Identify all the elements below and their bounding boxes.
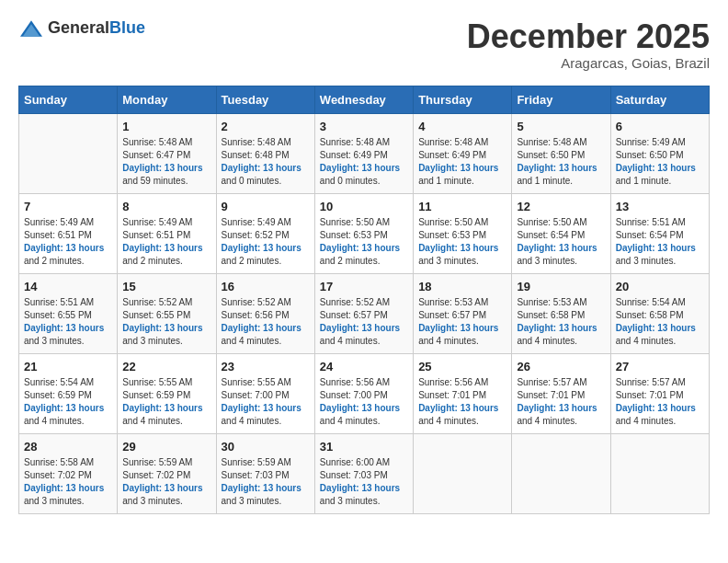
month-title: December 2025 <box>467 18 710 55</box>
day-number: 10 <box>320 200 408 213</box>
daylight-minutes: and 59 minutes. <box>122 176 188 186</box>
sunrise: Sunrise: 5:48 AM <box>122 137 192 147</box>
weekday-header-thursday: Thursday <box>414 86 512 113</box>
daylight-minutes: and 2 minutes. <box>320 256 381 266</box>
calendar-cell: 18 Sunrise: 5:53 AM Sunset: 6:57 PM Dayl… <box>414 273 512 353</box>
day-number: 25 <box>418 360 506 373</box>
sunrise: Sunrise: 5:54 AM <box>616 297 686 307</box>
calendar-cell: 14 Sunrise: 5:51 AM Sunset: 6:55 PM Dayl… <box>19 273 118 353</box>
sunset: Sunset: 6:58 PM <box>517 310 585 320</box>
daylight-label: Daylight: 13 hours <box>320 403 400 413</box>
sunrise: Sunrise: 5:56 AM <box>320 377 390 387</box>
sunset: Sunset: 6:54 PM <box>616 230 684 240</box>
sunset: Sunset: 6:51 PM <box>24 230 92 240</box>
sunrise: Sunrise: 5:49 AM <box>222 217 291 227</box>
day-number: 31 <box>320 440 408 454</box>
day-number: 2 <box>222 120 310 133</box>
daylight-label: Daylight: 13 hours <box>122 243 202 253</box>
sunset: Sunset: 6:55 PM <box>122 310 190 320</box>
calendar-cell: 27 Sunrise: 5:57 AM Sunset: 7:01 PM Dayl… <box>610 353 709 433</box>
day-number: 20 <box>616 280 704 293</box>
cell-info: Sunrise: 5:52 AM Sunset: 6:55 PM Dayligh… <box>122 296 210 348</box>
calendar-cell: 22 Sunrise: 5:55 AM Sunset: 6:59 PM Dayl… <box>118 353 216 433</box>
daylight-label: Daylight: 13 hours <box>24 403 104 413</box>
daylight-label: Daylight: 13 hours <box>320 483 400 493</box>
sunrise: Sunrise: 6:00 AM <box>320 457 390 467</box>
week-row-3: 14 Sunrise: 5:51 AM Sunset: 6:55 PM Dayl… <box>19 273 710 353</box>
cell-info: Sunrise: 5:55 AM Sunset: 6:59 PM Dayligh… <box>122 376 210 428</box>
daylight-minutes: and 3 minutes. <box>320 496 381 506</box>
sunset: Sunset: 6:59 PM <box>122 390 190 400</box>
calendar-cell: 21 Sunrise: 5:54 AM Sunset: 6:59 PM Dayl… <box>19 353 118 433</box>
calendar-table: SundayMondayTuesdayWednesdayThursdayFrid… <box>18 86 710 514</box>
logo-general: General <box>48 18 109 37</box>
calendar-cell <box>414 433 512 513</box>
sunset: Sunset: 7:00 PM <box>320 390 388 400</box>
daylight-label: Daylight: 13 hours <box>517 323 597 333</box>
sunrise: Sunrise: 5:56 AM <box>418 377 488 387</box>
calendar-cell: 25 Sunrise: 5:56 AM Sunset: 7:01 PM Dayl… <box>414 353 512 433</box>
day-number: 29 <box>122 440 210 454</box>
sunset: Sunset: 7:03 PM <box>222 470 290 480</box>
sunrise: Sunrise: 5:49 AM <box>122 217 192 227</box>
cell-info: Sunrise: 5:48 AM Sunset: 6:50 PM Dayligh… <box>517 136 605 188</box>
daylight-label: Daylight: 13 hours <box>24 323 104 333</box>
day-number: 4 <box>418 120 506 133</box>
cell-info: Sunrise: 5:54 AM Sunset: 6:59 PM Dayligh… <box>24 376 112 428</box>
sunset: Sunset: 6:52 PM <box>222 230 290 240</box>
daylight-minutes: and 3 minutes. <box>24 336 85 346</box>
daylight-label: Daylight: 13 hours <box>24 483 104 493</box>
cell-info: Sunrise: 5:55 AM Sunset: 7:00 PM Dayligh… <box>222 376 310 428</box>
daylight-minutes: and 3 minutes. <box>122 336 183 346</box>
calendar-cell: 3 Sunrise: 5:48 AM Sunset: 6:49 PM Dayli… <box>314 113 413 193</box>
location: Aragarcas, Goias, Brazil <box>467 55 710 71</box>
daylight-label: Daylight: 13 hours <box>24 243 104 253</box>
week-row-1: 1 Sunrise: 5:48 AM Sunset: 6:47 PM Dayli… <box>19 113 710 193</box>
sunset: Sunset: 7:00 PM <box>222 390 290 400</box>
day-number: 16 <box>222 280 310 293</box>
daylight-label: Daylight: 13 hours <box>122 403 202 413</box>
daylight-label: Daylight: 13 hours <box>418 323 498 333</box>
daylight-minutes: and 0 minutes. <box>320 176 381 186</box>
weekday-header-sunday: Sunday <box>19 86 118 113</box>
page-header: GeneralBlue December 2025 Aragarcas, Goi… <box>18 18 710 71</box>
sunrise: Sunrise: 5:51 AM <box>616 217 686 227</box>
sunset: Sunset: 6:56 PM <box>222 310 290 320</box>
sunset: Sunset: 6:50 PM <box>517 150 585 160</box>
sunset: Sunset: 6:51 PM <box>122 230 190 240</box>
sunset: Sunset: 6:54 PM <box>517 230 585 240</box>
daylight-label: Daylight: 13 hours <box>222 403 301 413</box>
cell-info: Sunrise: 6:00 AM Sunset: 7:03 PM Dayligh… <box>320 456 408 508</box>
cell-info: Sunrise: 5:53 AM Sunset: 6:57 PM Dayligh… <box>418 296 506 348</box>
daylight-minutes: and 2 minutes. <box>122 256 183 266</box>
day-number: 21 <box>24 360 112 373</box>
day-number: 27 <box>616 360 704 373</box>
calendar-cell <box>512 433 610 513</box>
day-number: 14 <box>24 280 112 293</box>
day-number: 24 <box>320 360 408 373</box>
sunrise: Sunrise: 5:49 AM <box>24 217 94 227</box>
daylight-minutes: and 4 minutes. <box>616 416 677 426</box>
calendar-cell: 23 Sunrise: 5:55 AM Sunset: 7:00 PM Dayl… <box>216 353 314 433</box>
daylight-minutes: and 4 minutes. <box>517 416 577 426</box>
sunset: Sunset: 6:53 PM <box>320 230 388 240</box>
daylight-minutes: and 3 minutes. <box>122 496 183 506</box>
cell-info: Sunrise: 5:54 AM Sunset: 6:58 PM Dayligh… <box>616 296 704 348</box>
sunset: Sunset: 7:02 PM <box>122 470 190 480</box>
sunset: Sunset: 6:57 PM <box>320 310 388 320</box>
calendar-cell: 6 Sunrise: 5:49 AM Sunset: 6:50 PM Dayli… <box>610 113 709 193</box>
daylight-minutes: and 2 minutes. <box>24 256 85 266</box>
logo-icon <box>18 19 44 38</box>
title-block: December 2025 Aragarcas, Goias, Brazil <box>467 18 710 71</box>
daylight-label: Daylight: 13 hours <box>122 163 202 173</box>
cell-info: Sunrise: 5:56 AM Sunset: 7:01 PM Dayligh… <box>418 376 506 428</box>
day-number: 5 <box>517 120 605 133</box>
daylight-minutes: and 3 minutes. <box>24 496 85 506</box>
sunrise: Sunrise: 5:52 AM <box>122 297 192 307</box>
calendar-cell: 19 Sunrise: 5:53 AM Sunset: 6:58 PM Dayl… <box>512 273 610 353</box>
sunrise: Sunrise: 5:50 AM <box>320 217 390 227</box>
calendar-cell: 30 Sunrise: 5:59 AM Sunset: 7:03 PM Dayl… <box>216 433 314 513</box>
day-number: 18 <box>418 280 506 293</box>
cell-info: Sunrise: 5:50 AM Sunset: 6:53 PM Dayligh… <box>320 216 408 268</box>
sunset: Sunset: 6:47 PM <box>122 150 190 160</box>
